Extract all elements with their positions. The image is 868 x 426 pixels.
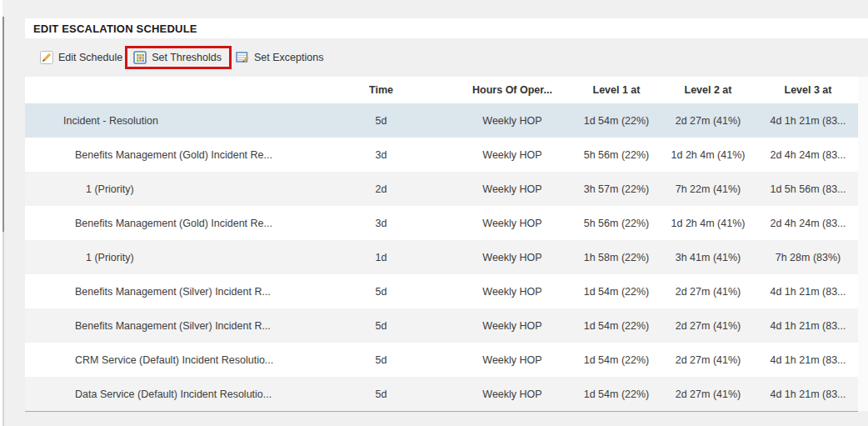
cell-hours-of-operation: Weekly HOP [450, 320, 575, 332]
cell-level1: 5h 56m (22%) [575, 149, 658, 161]
cell-level1: 5h 56m (22%) [575, 218, 658, 229]
set-thresholds-button[interactable]: Set Thresholds [133, 51, 222, 64]
cell-level1: 1d 54m (22%) [575, 115, 658, 127]
cell-time: 5d [312, 320, 450, 332]
pencil-icon [40, 51, 53, 64]
edit-schedule-button[interactable]: Edit Schedule [40, 51, 122, 64]
set-thresholds-label: Set Thresholds [152, 52, 222, 63]
panel-splitter[interactable] [2, 17, 4, 232]
table-row[interactable]: CRM Service (Default) Incident Resolutio… [25, 343, 858, 377]
set-exceptions-label: Set Exceptions [254, 52, 323, 63]
cell-level2: 2d 27m (41%) [658, 354, 758, 366]
page-title: EDIT ESCALATION SCHEDULE [33, 23, 197, 35]
cell-time: 5d [312, 354, 450, 366]
thresholds-grid-icon [133, 51, 147, 64]
cell-name: Benefits Management (Gold) Incident Re..… [25, 149, 312, 161]
cell-name: 1 (Priority) [25, 252, 312, 263]
cell-level2: 2d 27m (41%) [658, 286, 758, 298]
cell-hours-of-operation: Weekly HOP [450, 183, 575, 195]
table-header-row: Time Hours Of Oper... Level 1 at Level 2… [25, 77, 858, 103]
cell-level2: 2d 27m (41%) [658, 388, 758, 400]
cell-level3: 2d 4h 24m (83... [758, 218, 858, 229]
table-row[interactable]: Benefits Management (Silver) Incident R.… [25, 308, 858, 343]
cell-name: Benefits Management (Gold) Incident Re..… [25, 218, 312, 229]
table-row[interactable]: Benefits Management (Gold) Incident Re..… [25, 138, 858, 172]
set-exceptions-button[interactable]: Set Exceptions [236, 51, 323, 64]
column-header-time[interactable]: Time [312, 84, 450, 96]
cell-time: 3d [312, 218, 450, 229]
cell-time: 2d [312, 183, 450, 195]
cell-hours-of-operation: Weekly HOP [450, 252, 575, 263]
cell-level2: 7h 22m (41%) [658, 183, 758, 195]
panel-splitter-lower [2, 232, 4, 426]
cell-level2: 1d 2h 4m (41%) [658, 218, 758, 229]
cell-level3: 4d 1h 21m (83... [758, 354, 858, 366]
cell-hours-of-operation: Weekly HOP [450, 286, 575, 298]
cell-hours-of-operation: Weekly HOP [450, 149, 575, 161]
cell-time: 5d [312, 286, 450, 298]
table-row[interactable]: Benefits Management (Silver) Incident R.… [25, 274, 858, 308]
table-row[interactable]: 1 (Priority) 1d Weekly HOP 1h 58m (22%) … [25, 240, 858, 274]
set-thresholds-highlight-box: Set Thresholds [125, 46, 232, 69]
cell-hours-of-operation: Weekly HOP [450, 388, 575, 400]
cell-name: Benefits Management (Silver) Incident R.… [25, 320, 312, 332]
cell-name: Incident - Resolution [25, 115, 312, 127]
table-row[interactable]: Benefits Management (Gold) Incident Re..… [25, 206, 858, 240]
cell-level2: 2d 27m (41%) [658, 115, 758, 127]
cell-time: 1d [312, 252, 450, 263]
scrollbar-track[interactable] [858, 77, 868, 411]
column-header-hours-of-operation[interactable]: Hours Of Oper... [450, 84, 575, 96]
toolbar: Edit Schedule [25, 38, 868, 77]
cell-level1: 1d 54m (22%) [575, 354, 658, 366]
cell-level3: 4d 1h 21m (83... [758, 286, 858, 298]
cell-level2: 2d 27m (41%) [658, 320, 758, 332]
cell-level1: 1d 54m (22%) [575, 388, 658, 400]
edit-schedule-label: Edit Schedule [58, 52, 122, 63]
cell-level3: 7h 28m (83%) [758, 252, 858, 263]
cell-level1: 1h 58m (22%) [575, 252, 658, 263]
cell-hours-of-operation: Weekly HOP [450, 218, 575, 229]
escalation-schedule-page: EDIT ESCALATION SCHEDULE Edit Schedule [0, 0, 868, 426]
cell-hours-of-operation: Weekly HOP [450, 354, 575, 366]
column-header-level3[interactable]: Level 3 at [758, 84, 858, 96]
cell-level1: 3h 57m (22%) [575, 183, 658, 195]
cell-level2: 1d 2h 4m (41%) [658, 149, 758, 161]
cell-name: Data Service (Default) Incident Resoluti… [25, 388, 312, 400]
cell-level3: 4d 1h 21m (83... [758, 388, 858, 400]
cell-time: 3d [312, 149, 450, 161]
table-row[interactable]: Incident - Resolution 5d Weekly HOP 1d 5… [25, 103, 858, 138]
cell-name: Benefits Management (Silver) Incident R.… [25, 286, 312, 298]
cell-level1: 1d 54m (22%) [575, 320, 658, 332]
cell-name: 1 (Priority) [25, 183, 312, 195]
cell-level2: 3h 41m (41%) [658, 252, 758, 263]
table-row[interactable]: Data Service (Default) Incident Resoluti… [25, 377, 858, 411]
cell-time: 5d [312, 388, 450, 400]
cell-level1: 1d 54m (22%) [575, 286, 658, 298]
cell-hours-of-operation: Weekly HOP [450, 115, 575, 127]
table-body: Incident - Resolution 5d Weekly HOP 1d 5… [25, 103, 858, 412]
table-pencil-icon [236, 51, 249, 64]
cell-level3: 4d 1h 21m (83... [758, 320, 858, 332]
column-header-level2[interactable]: Level 2 at [658, 84, 758, 96]
cell-time: 5d [312, 115, 450, 127]
cell-name: CRM Service (Default) Incident Resolutio… [25, 354, 312, 366]
cell-level3: 4d 1h 21m (83... [758, 115, 858, 127]
panel-header: EDIT ESCALATION SCHEDULE [25, 18, 868, 38]
column-header-level1[interactable]: Level 1 at [575, 84, 658, 96]
cell-level3: 1d 5h 56m (83... [758, 183, 858, 195]
cell-level3: 2d 4h 24m (83... [758, 149, 858, 161]
table-row[interactable]: 1 (Priority) 2d Weekly HOP 3h 57m (22%) … [25, 172, 858, 206]
